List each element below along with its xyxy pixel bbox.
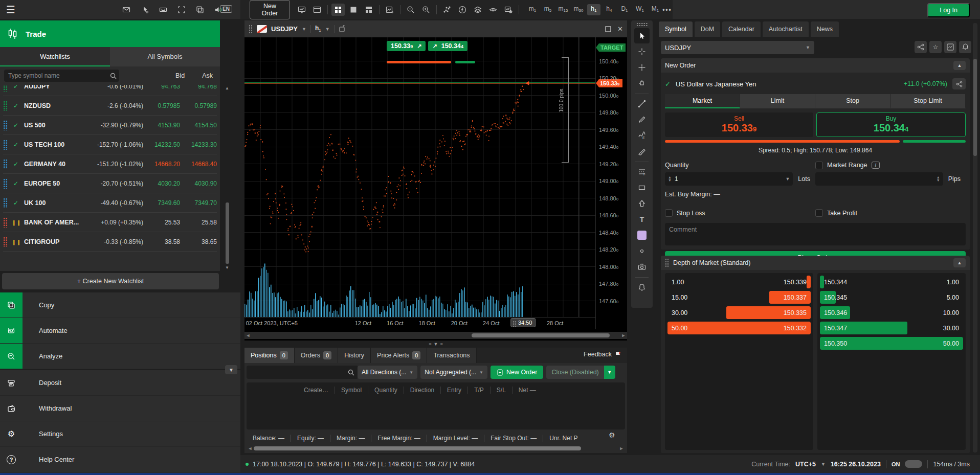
- pencil-icon[interactable]: [634, 112, 650, 127]
- column-header[interactable]: S/L: [490, 387, 512, 394]
- keyboard-icon[interactable]: [158, 4, 169, 15]
- order-type-stop-limit[interactable]: Stop Limit: [890, 94, 966, 108]
- dom-ask-row[interactable]: 150.35050.00: [820, 337, 963, 350]
- comment-input[interactable]: [665, 223, 966, 245]
- column-header[interactable]: Quantity: [368, 387, 404, 394]
- timezone-select[interactable]: UTC+5: [795, 461, 816, 468]
- timeframe-m15[interactable]: m15: [556, 4, 570, 15]
- order-type-limit[interactable]: Limit: [740, 94, 815, 108]
- copy-icon[interactable]: [194, 4, 206, 15]
- arrow-shape-icon[interactable]: [634, 196, 650, 211]
- scatter-icon[interactable]: [440, 4, 454, 16]
- share-icon[interactable]: [952, 78, 966, 89]
- zoom-in-icon[interactable]: [419, 4, 433, 16]
- toolbar-drag-handle[interactable]: [636, 22, 648, 26]
- chart-h-scrollbar[interactable]: ◄ ►: [244, 332, 627, 339]
- drag-handle-icon[interactable]: [3, 217, 8, 228]
- candle-countdown-tooltip[interactable]: 34:50: [510, 318, 536, 327]
- color-swatch-icon[interactable]: [634, 228, 650, 243]
- menu-item-withdrawal[interactable]: Withdrawal: [0, 396, 240, 421]
- chart-icon[interactable]: [944, 41, 956, 53]
- drag-handle-icon[interactable]: [3, 198, 8, 208]
- feedback-link[interactable]: Feedback: [584, 351, 622, 358]
- layout-icon[interactable]: [310, 4, 324, 16]
- more-timeframes-icon[interactable]: •••: [662, 4, 673, 16]
- timezone-chevron-icon[interactable]: ▼: [821, 462, 826, 467]
- drag-handle-icon[interactable]: [3, 120, 8, 130]
- watchlist-row[interactable]: ✓US 500-32.90 (-0.79%)4153.904154.50: [3, 118, 217, 135]
- tab-transactions[interactable]: Transactions: [427, 348, 476, 363]
- cursor-icon[interactable]: [634, 28, 650, 43]
- quicktrade-sell-badge[interactable]: 150.339↗: [387, 41, 426, 51]
- menu-item-copy[interactable]: Copy: [0, 292, 240, 318]
- tab-calendar[interactable]: Calendar: [722, 21, 761, 37]
- language-badge[interactable]: EN: [220, 5, 232, 13]
- login-button[interactable]: Log In: [927, 3, 970, 17]
- direction-filter-dropdown[interactable]: All Directions (...▼: [358, 366, 417, 379]
- drag-handle-icon[interactable]: [3, 178, 8, 189]
- pointer-click-icon[interactable]: [139, 4, 150, 15]
- watchlist-row[interactable]: ✓NZDUSD-2.6 (-0.04%)0.579850.57989: [3, 98, 217, 116]
- dom-ask-row[interactable]: 150.3441.00: [820, 276, 963, 288]
- target-price-badge[interactable]: TARGET: [596, 43, 626, 52]
- column-header[interactable]: Entry: [440, 387, 467, 394]
- new-order-button-dock[interactable]: New Order: [491, 366, 543, 379]
- panel-splitter[interactable]: ≡▼≡: [244, 341, 627, 348]
- collapse-panel-icon[interactable]: ▲: [953, 61, 966, 70]
- chart-gear-icon[interactable]: [502, 4, 515, 16]
- aggregation-filter-dropdown[interactable]: Not Aggregated (...▼: [420, 366, 487, 379]
- trendline-icon[interactable]: [634, 96, 650, 111]
- split-icon[interactable]: [362, 4, 375, 16]
- dom-drag-handle[interactable]: [665, 258, 669, 267]
- close-chart-icon[interactable]: ✕: [617, 25, 623, 33]
- quicktrade-buy-badge[interactable]: ↗150.344: [428, 41, 467, 51]
- timeframe-m5[interactable]: m5: [541, 4, 554, 15]
- tab-positions[interactable]: Positions0: [244, 348, 295, 363]
- drag-handle-icon[interactable]: [3, 140, 8, 150]
- symbol-dropdown-chevron-icon[interactable]: ▼: [302, 27, 306, 32]
- zoom-out-icon[interactable]: [404, 4, 417, 16]
- hamburger-menu-icon[interactable]: ☰: [6, 4, 15, 16]
- dom-ask-row[interactable]: 150.34730.00: [820, 322, 963, 334]
- menu-collapse-chevron[interactable]: ▼: [225, 365, 237, 374]
- dom-bid-row[interactable]: 1.00150.339: [667, 276, 811, 288]
- eye-icon[interactable]: [486, 4, 500, 16]
- take-profit-checkbox[interactable]: [815, 209, 823, 217]
- symbol-select-dropdown[interactable]: USDJPY▼: [661, 41, 814, 54]
- dom-bid-row[interactable]: 15.00150.337: [667, 291, 811, 304]
- tab-orders[interactable]: Orders0: [295, 348, 338, 363]
- tab-symbol[interactable]: Symbol: [659, 21, 693, 37]
- column-header[interactable]: Direction: [404, 387, 440, 394]
- timeframe-W1[interactable]: W1: [633, 4, 647, 15]
- watchlist-row[interactable]: ✓UK 100-49.40 (-0.67%)7349.607349.70: [3, 195, 217, 213]
- column-header[interactable]: Net —: [512, 387, 542, 394]
- dom-ask-row[interactable]: 150.34610.00: [820, 306, 963, 319]
- dom-bid-row[interactable]: 50.00150.332: [667, 322, 811, 334]
- drag-handle-icon[interactable]: [3, 85, 8, 92]
- chart-drag-handle[interactable]: [249, 25, 253, 34]
- pane-icon[interactable]: [347, 4, 360, 16]
- timeframe-m30[interactable]: m30: [572, 4, 585, 15]
- column-header[interactable]: T/P: [467, 387, 490, 394]
- column-header[interactable]: Create…: [298, 387, 335, 394]
- drag-handle-icon[interactable]: [3, 101, 8, 111]
- alert-bell-icon[interactable]: [959, 41, 971, 53]
- close-options-chevron[interactable]: ▼: [604, 366, 615, 379]
- detach-chart-icon[interactable]: [339, 25, 346, 33]
- tab-autochartist[interactable]: Autochartist: [763, 21, 809, 37]
- timeframe-dropdown-chevron-icon[interactable]: ▼: [325, 27, 330, 32]
- right-panel-scrollbar[interactable]: [973, 23, 977, 453]
- rectangle-icon[interactable]: [634, 180, 650, 195]
- maximize-chart-icon[interactable]: [605, 26, 611, 32]
- stop-loss-checkbox[interactable]: [665, 209, 673, 217]
- tab-dom[interactable]: DoM: [695, 21, 720, 37]
- symbol-search-input[interactable]: [4, 70, 119, 82]
- menu-item-settings[interactable]: ⚙Settings: [0, 421, 240, 447]
- chart-timeframe[interactable]: h1: [315, 25, 321, 33]
- menu-item-deposit[interactable]: Deposit: [0, 370, 240, 396]
- tab-news[interactable]: News: [811, 21, 839, 37]
- timeframe-M1[interactable]: M1: [649, 4, 662, 15]
- timeframe-h1[interactable]: h1: [587, 4, 600, 15]
- tab-all-symbols[interactable]: All Symbols: [110, 47, 220, 66]
- menu-item-analyze[interactable]: Analyze: [0, 344, 240, 369]
